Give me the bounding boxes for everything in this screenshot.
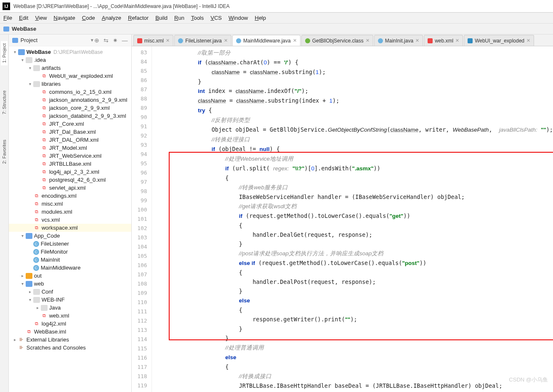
- menu-file[interactable]: File: [3, 15, 12, 21]
- editor-tab[interactable]: MainInit.java✕: [374, 35, 423, 46]
- tree-row[interactable]: ▾web: [9, 280, 131, 288]
- tree-row[interactable]: ▾WEB-INF: [9, 296, 131, 304]
- expand-icon[interactable]: ▾: [20, 58, 26, 62]
- rail-tab[interactable]: 2: Favorites: [2, 140, 7, 164]
- menu-help[interactable]: Help: [255, 15, 266, 21]
- expand-icon[interactable]: ▸: [20, 273, 26, 278]
- close-icon[interactable]: ✕: [415, 38, 419, 43]
- expand-icon[interactable]: ▾: [20, 281, 26, 286]
- tree-row[interactable]: CFileListener: [9, 240, 131, 248]
- tree-label: misc.xml: [42, 201, 63, 207]
- tree-row[interactable]: ⧉encodings.xml: [9, 192, 131, 200]
- tree-row[interactable]: ⧉postgresql_42_6_0.xml: [9, 176, 131, 184]
- editor-tab[interactable]: MainMiddleware.java✕: [232, 35, 300, 46]
- tree-row[interactable]: ⧉JRT_DAL_ORM.xml: [9, 136, 131, 144]
- target-icon[interactable]: ⊕: [94, 37, 99, 44]
- menu-window[interactable]: Window: [229, 15, 248, 21]
- tree-row[interactable]: ⧉workspace.xml: [9, 224, 131, 232]
- tree-row[interactable]: ▸Java: [9, 304, 131, 312]
- editor-tab[interactable]: web.xml✕: [424, 35, 463, 46]
- tree-row[interactable]: ⧉jackson_core_2_9_9.xml: [9, 104, 131, 112]
- expand-icon[interactable]: ▾: [12, 50, 18, 54]
- project-panel-title[interactable]: Project: [21, 37, 88, 43]
- rail-tab[interactable]: 7: Structure: [2, 90, 7, 114]
- tree-row[interactable]: ⧉log4j2.xml: [9, 320, 131, 328]
- project-tree[interactable]: ▾WebBaseD:\JREPlan\WebBase▾.idea▾artifac…: [9, 46, 131, 392]
- xml-file-icon: ⧉: [33, 209, 40, 215]
- close-icon[interactable]: ✕: [293, 38, 297, 43]
- xml-file-icon: ⧉: [33, 217, 40, 223]
- tree-row[interactable]: ⧉vcs.xml: [9, 216, 131, 224]
- tree-row[interactable]: ⧉log4j_api_2_3_2.xml: [9, 168, 131, 176]
- menu-edit[interactable]: Edit: [19, 15, 28, 21]
- editor-tab[interactable]: WebUI_war_exploded✕: [464, 35, 534, 46]
- tree-row[interactable]: ⧉web.xml: [9, 312, 131, 320]
- tree-row[interactable]: ⧉JRT_Model.xml: [9, 144, 131, 152]
- menu-tools[interactable]: Tools: [191, 15, 204, 21]
- left-tool-rail: 1: Project7: Structure2: Favorites: [0, 34, 9, 392]
- rail-tab[interactable]: 1: Project: [1, 41, 8, 65]
- menu-build[interactable]: Build: [155, 15, 167, 21]
- tree-row[interactable]: CFileMonitor: [9, 248, 131, 256]
- close-icon[interactable]: ✕: [526, 38, 530, 43]
- collapse-icon[interactable]: ⇆: [104, 37, 109, 44]
- hide-icon[interactable]: —: [122, 37, 128, 44]
- tree-row[interactable]: ▸out: [9, 272, 131, 280]
- tree-row[interactable]: ⧉jackson_databind_2_9_9_3.xml: [9, 112, 131, 120]
- close-icon[interactable]: ✕: [166, 38, 170, 43]
- tree-row[interactable]: ▸⊪External Libraries: [9, 336, 131, 344]
- tree-row[interactable]: ⧉WebUI_war_exploded.xml: [9, 72, 131, 80]
- menu-analyze[interactable]: Analyze: [102, 15, 121, 21]
- close-icon[interactable]: ✕: [455, 38, 459, 43]
- xml-file-icon: ⧉: [41, 313, 48, 319]
- expand-icon[interactable]: ▾: [27, 297, 33, 302]
- tree-row[interactable]: ▸Conf: [9, 288, 131, 296]
- close-icon[interactable]: ✕: [224, 38, 228, 43]
- project-name[interactable]: WebBase: [12, 26, 36, 32]
- expand-icon[interactable]: ▾: [27, 66, 33, 70]
- tree-row[interactable]: ⊪Scratches and Consoles: [9, 344, 131, 352]
- tree-row[interactable]: ▾artifacts: [9, 64, 131, 72]
- tree-label: vcs.xml: [42, 217, 60, 223]
- tree-row[interactable]: CMainInit: [9, 256, 131, 264]
- expand-icon[interactable]: ▸: [27, 289, 33, 294]
- tree-row[interactable]: ⧉JRT_Dal_Base.xml: [9, 128, 131, 136]
- editor-tab[interactable]: misc.xml✕: [133, 35, 174, 46]
- expand-icon[interactable]: ▸: [12, 337, 18, 342]
- tree-row[interactable]: ⧉modules.xml: [9, 208, 131, 216]
- editor-tab[interactable]: FileListener.java✕: [174, 35, 231, 46]
- tree-row[interactable]: ⧉JRT_Core.xml: [9, 120, 131, 128]
- menu-code[interactable]: Code: [82, 15, 95, 21]
- tree-row[interactable]: ⧉commons_io_2_15_0.xml: [9, 88, 131, 96]
- xml-file-icon: ⧉: [41, 169, 48, 175]
- tree-row[interactable]: ▾libraries: [9, 80, 131, 88]
- expand-icon[interactable]: ▸: [35, 305, 41, 310]
- tree-row[interactable]: ▾.idea: [9, 56, 131, 64]
- tree-row[interactable]: ⧉servlet_api.xml: [9, 184, 131, 192]
- menu-navigate[interactable]: Navigate: [53, 15, 75, 21]
- close-icon[interactable]: ✕: [366, 38, 370, 43]
- tree-row[interactable]: ⧉JRTBLLBase.xml: [9, 160, 131, 168]
- code-editor[interactable]: 83 84 85 86 87 88 89 90 91 92 93 94 95 9…: [132, 46, 553, 392]
- tree-row[interactable]: ⧉JRT_WebService.xml: [9, 152, 131, 160]
- tree-row[interactable]: CMainMiddleware: [9, 264, 131, 272]
- menu-refactor[interactable]: Refactor: [128, 15, 149, 21]
- editor-tab[interactable]: GetBllObjService.class✕: [301, 35, 373, 46]
- tree-label: web: [34, 281, 44, 287]
- gear-icon[interactable]: ✷: [113, 37, 118, 44]
- tree-label: jackson_core_2_9_9.xml: [49, 105, 110, 111]
- tree-row[interactable]: ▾App_Code: [9, 232, 131, 240]
- tree-row[interactable]: ⧉WebBase.iml: [9, 328, 131, 336]
- code-content[interactable]: //取第一部分 if (className.charAt(0) == '/') …: [152, 46, 553, 392]
- menu-view[interactable]: View: [35, 15, 47, 21]
- expand-icon[interactable]: ▾: [27, 82, 33, 86]
- menu-vcs[interactable]: VCS: [210, 15, 222, 21]
- expand-icon[interactable]: ▾: [20, 233, 26, 238]
- dropdown-icon[interactable]: ▼: [90, 38, 94, 42]
- tree-row[interactable]: ⧉misc.xml: [9, 200, 131, 208]
- tree-label: servlet_api.xml: [49, 185, 86, 191]
- tree-row[interactable]: ⧉jackson_annotations_2_9_9.xml: [9, 96, 131, 104]
- menu-run[interactable]: Run: [174, 15, 184, 21]
- folder-icon: [33, 65, 40, 71]
- tree-row[interactable]: ▾WebBaseD:\JREPlan\WebBase: [9, 48, 131, 56]
